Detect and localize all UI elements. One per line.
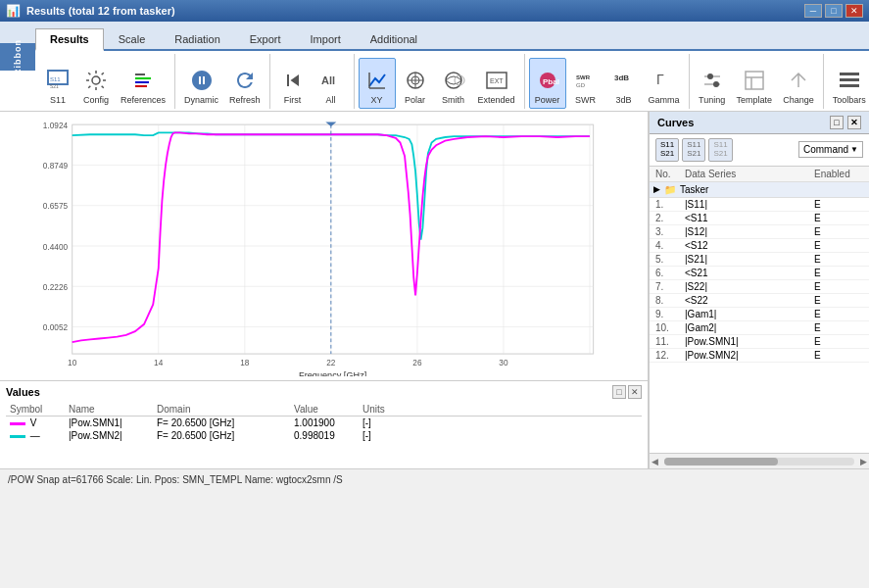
values-row-2: — |Pow.SMN2| F= 20.6500 [GHz] 0.998019 [… bbox=[6, 429, 642, 442]
curves-restore-btn[interactable]: □ bbox=[830, 116, 844, 129]
toolbars-icon bbox=[836, 67, 863, 94]
s11-button[interactable]: S11S21 S11 bbox=[39, 58, 76, 109]
curves-list[interactable]: 1. |S11| E 2. <S11 E 3. |S12| E 4. <S12 … bbox=[650, 198, 869, 453]
curve-1-enabled: E bbox=[814, 199, 863, 210]
tab-additional[interactable]: Additional bbox=[356, 28, 432, 49]
scroll-right-btn[interactable]: ▶ bbox=[858, 457, 869, 466]
val1-units: [-] bbox=[359, 416, 642, 430]
svg-rect-33 bbox=[840, 78, 859, 81]
power-button[interactable]: Pbal Power bbox=[529, 58, 566, 109]
polar-label: Polar bbox=[405, 96, 425, 106]
curve-2-no: 2. bbox=[655, 213, 685, 223]
curve-3-enabled: E bbox=[814, 226, 863, 237]
refresh-icon bbox=[231, 67, 259, 94]
swr-label: SWR bbox=[575, 96, 596, 106]
curve-row-2[interactable]: 2. <S11 E bbox=[650, 212, 869, 225]
all-button[interactable]: All All bbox=[313, 58, 350, 109]
scroll-left-btn[interactable]: ◀ bbox=[650, 457, 660, 466]
3db-button[interactable]: 3dB 3dB bbox=[605, 58, 643, 109]
curve-9-enabled: E bbox=[814, 309, 863, 319]
close-button[interactable]: ✕ bbox=[845, 4, 863, 18]
swr-button[interactable]: SWRGD SWR bbox=[567, 58, 604, 109]
tab-scale[interactable]: Scale bbox=[104, 28, 161, 49]
curve-row-1[interactable]: 1. |S11| E bbox=[650, 198, 869, 212]
tab-export[interactable]: Export bbox=[235, 28, 296, 49]
tuning-label: Tuning bbox=[699, 96, 725, 106]
sparam-btn-2[interactable]: S11S21 bbox=[682, 138, 705, 162]
tuning-button[interactable]: Tuning bbox=[694, 58, 731, 109]
first-button[interactable]: First bbox=[274, 58, 312, 109]
config-button[interactable]: Config bbox=[77, 58, 115, 109]
curves-header: Curves □ ✕ bbox=[650, 112, 869, 134]
tab-radiation[interactable]: Radiation bbox=[160, 28, 234, 49]
curves-scrollbar-thumb[interactable] bbox=[664, 458, 778, 466]
ribbon-tabs: Results Scale Radiation Export Import Ad… bbox=[35, 22, 432, 49]
dynamic-button[interactable]: Dynamic bbox=[179, 58, 223, 109]
minimize-button[interactable]: ─ bbox=[804, 4, 822, 18]
curve-7-enabled: E bbox=[814, 281, 863, 292]
val2-units: [-] bbox=[359, 429, 642, 442]
curve-row-4[interactable]: 4. <S12 E bbox=[650, 239, 869, 253]
curves-scrollbar-area[interactable]: ◀ ▶ bbox=[650, 453, 869, 468]
toolbars-button[interactable]: Toolbars bbox=[828, 58, 869, 109]
curve-3-no: 3. bbox=[655, 226, 685, 237]
values-restore-btn[interactable]: □ bbox=[612, 385, 626, 399]
sparam-btn-1[interactable]: S11S21 bbox=[655, 138, 679, 162]
curve-5-series: |S21| bbox=[685, 254, 814, 265]
svg-text:30: 30 bbox=[499, 359, 508, 368]
values-close-btn[interactable]: ✕ bbox=[628, 385, 642, 399]
toolbar-group-power: Pbal Power SWRGD SWR 3dB 3dB Γ Gamma bbox=[529, 54, 690, 109]
dynamic-icon bbox=[188, 67, 216, 94]
sparam-bar: S11S21 S11S21 S11S21 Command ▼ bbox=[650, 134, 869, 167]
change-button[interactable]: Change bbox=[778, 58, 819, 109]
smith-button[interactable]: Smith bbox=[435, 58, 472, 109]
curves-title: Curves bbox=[657, 117, 694, 128]
refresh-button[interactable]: Refresh bbox=[224, 58, 266, 109]
curve-row-7[interactable]: 7. |S22| E bbox=[650, 280, 869, 294]
group-folder-icon: 📁 bbox=[664, 184, 676, 195]
curve-row-11[interactable]: 11. |Pow.SMN1| E bbox=[650, 335, 869, 349]
curve-7-series: |S22| bbox=[685, 281, 814, 292]
val1-name: |Pow.SMN1| bbox=[65, 416, 153, 430]
curve-1-series: |S11| bbox=[685, 199, 814, 210]
curves-scrollbar-track[interactable] bbox=[664, 458, 854, 466]
command-dropdown[interactable]: Command ▼ bbox=[798, 141, 863, 158]
toolbar-group-dynamic: Dynamic Refresh bbox=[179, 54, 270, 109]
curve-row-6[interactable]: 6. <S21 E bbox=[650, 267, 869, 280]
val1-value: 1.001900 bbox=[290, 416, 359, 430]
extended-button[interactable]: EXT Extended bbox=[473, 58, 520, 109]
curve-row-12[interactable]: 12. |Pow.SMN2| E bbox=[650, 349, 869, 363]
tab-import[interactable]: Import bbox=[296, 28, 356, 49]
val2-symbol: — bbox=[6, 429, 65, 442]
all-icon: All bbox=[317, 67, 345, 94]
svg-text:3dB: 3dB bbox=[614, 74, 629, 82]
tab-results[interactable]: Results bbox=[35, 28, 104, 51]
xy-button[interactable]: XY bbox=[359, 58, 396, 109]
curve-row-3[interactable]: 3. |S12| E bbox=[650, 225, 869, 239]
curves-close-btn[interactable]: ✕ bbox=[847, 116, 861, 129]
svg-point-16 bbox=[455, 75, 464, 85]
svg-text:0.2226: 0.2226 bbox=[43, 283, 69, 292]
references-button[interactable]: References bbox=[116, 58, 170, 109]
curve-row-8[interactable]: 8. <S22 E bbox=[650, 294, 869, 308]
curve-row-9[interactable]: 9. |Gam1| E bbox=[650, 308, 869, 321]
curve-row-10[interactable]: 10. |Gam2| E bbox=[650, 321, 869, 335]
svg-text:S21: S21 bbox=[50, 83, 59, 89]
template-button[interactable]: Template bbox=[732, 58, 778, 109]
svg-text:SWR: SWR bbox=[576, 74, 591, 80]
curve-1-no: 1. bbox=[655, 199, 685, 210]
titlebar-controls[interactable]: ─ □ ✕ bbox=[804, 4, 863, 18]
svg-text:0.8749: 0.8749 bbox=[43, 162, 69, 171]
gamma-button[interactable]: Γ Gamma bbox=[644, 58, 685, 109]
val1-domain: F= 20.6500 [GHz] bbox=[153, 416, 290, 430]
sparam-btn-3[interactable]: S11S21 bbox=[708, 138, 732, 162]
curve-row-5[interactable]: 5. |S21| E bbox=[650, 253, 869, 267]
col-enabled: Enabled bbox=[814, 169, 863, 179]
val1-symbol: V bbox=[6, 416, 65, 430]
polar-button[interactable]: Polar bbox=[397, 58, 434, 109]
curve-11-enabled: E bbox=[814, 336, 863, 347]
restore-button[interactable]: □ bbox=[825, 4, 843, 18]
first-icon bbox=[279, 67, 307, 94]
svg-text:0.0052: 0.0052 bbox=[43, 323, 69, 332]
svg-text:EXT: EXT bbox=[490, 77, 504, 84]
